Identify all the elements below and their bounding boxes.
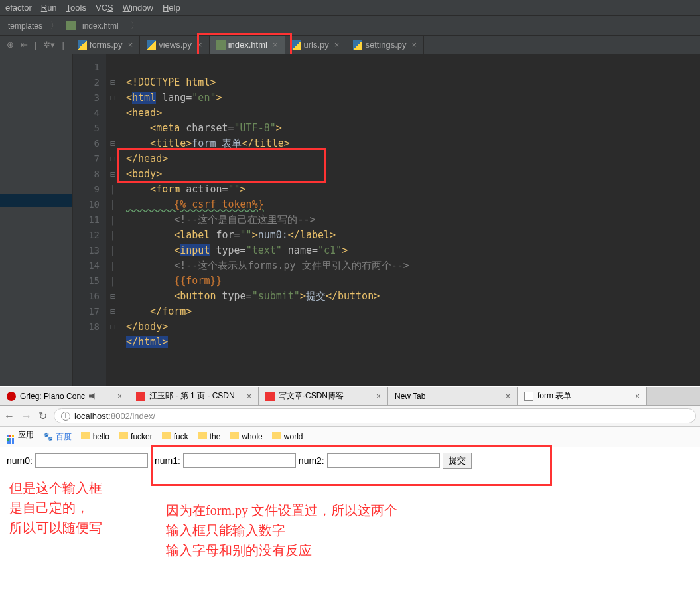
favicon-icon	[136, 392, 145, 401]
menu-refactor[interactable]: efactor	[5, 3, 32, 13]
line-number-gutter: 123456789101112131415161718	[73, 54, 106, 386]
breadcrumb: templates 〉 index.html 〉	[0, 16, 700, 36]
breadcrumb-folder[interactable]: templates	[4, 20, 46, 32]
menu-help[interactable]: Help	[163, 3, 180, 13]
code-editor[interactable]: <!DOCTYPE html> <html lang="en"> <head> …	[119, 54, 700, 386]
python-file-icon	[292, 40, 301, 50]
page-icon	[524, 392, 533, 401]
python-file-icon	[147, 40, 156, 50]
folder-icon	[230, 432, 239, 439]
forward-button[interactable]: →	[21, 410, 32, 422]
menu-tools[interactable]: Tools	[66, 3, 86, 13]
input-num2[interactable]	[327, 453, 440, 468]
close-icon[interactable]: ×	[506, 392, 510, 401]
close-icon[interactable]: ×	[117, 392, 122, 401]
tab-forms-py[interactable]: forms.py×	[71, 36, 140, 54]
browser-tab-strip: Grieg: Piano Conc× 江玉郎 - 第 1 页 - CSDN× 写…	[0, 387, 700, 406]
label-num1: num1:	[155, 455, 180, 466]
browser-tab-grieg[interactable]: Grieg: Piano Conc×	[0, 387, 129, 405]
address-bar[interactable]: i localhost:8002/index/	[54, 408, 696, 423]
annotation-left: 但是这个输入框 是自己定的， 所以可以随便写	[9, 478, 102, 538]
toolbar-row: ⊕ ⇤ | ✲▾ | forms.py× views.py× index.htm…	[0, 36, 700, 54]
bookmark-whole[interactable]: whole	[230, 432, 262, 441]
menu-run[interactable]: Run	[41, 3, 57, 13]
breadcrumb-file[interactable]: index.html	[62, 19, 127, 32]
python-file-icon	[78, 40, 87, 50]
browser-tab-form[interactable]: form 表单×	[518, 387, 647, 405]
tab-settings-py[interactable]: settings.py×	[346, 36, 424, 54]
site-info-icon[interactable]: i	[61, 412, 70, 421]
close-icon[interactable]: ×	[273, 40, 278, 50]
browser-tab-csdn1[interactable]: 江玉郎 - 第 1 页 - CSDN×	[129, 387, 259, 405]
favicon-icon	[265, 392, 275, 401]
html-file-icon	[216, 40, 226, 50]
label-num2: num2:	[299, 455, 324, 466]
submit-button[interactable]: 提交	[443, 453, 472, 469]
folder-icon	[81, 432, 90, 439]
close-icon[interactable]: ×	[635, 392, 640, 401]
close-icon[interactable]: ×	[334, 40, 340, 50]
label-num0: num0:	[7, 455, 33, 466]
bookmark-fuck[interactable]: fuck	[162, 432, 188, 441]
bookmark-baidu[interactable]: 🐾 百度	[43, 431, 71, 443]
editor-tabs: forms.py× views.py× index.html× urls.py×…	[71, 36, 424, 54]
menu-bar: efactor Run Tools VCS Window Help	[0, 0, 700, 16]
html-file-icon	[66, 21, 76, 30]
close-icon[interactable]: ×	[128, 40, 133, 50]
chevron-right-icon: 〉	[127, 19, 143, 33]
page-body: num0: num1: num2: 提交 但是这个输入框 是自己定的， 所以可以…	[0, 447, 700, 608]
tab-index-html[interactable]: index.html×	[210, 36, 285, 54]
browser-tab-new[interactable]: New Tab×	[388, 387, 518, 405]
close-icon[interactable]: ×	[247, 392, 251, 401]
input-num1[interactable]	[183, 453, 296, 468]
favicon-icon	[7, 392, 16, 401]
editor-tool-icons: ⊕ ⇤ | ✲▾ |	[0, 36, 71, 54]
apps-icon	[7, 435, 16, 444]
target-icon[interactable]: ⊕	[7, 40, 14, 50]
browser-window: Grieg: Piano Conc× 江玉郎 - 第 1 页 - CSDN× 写…	[0, 387, 700, 608]
tab-views-py[interactable]: views.py×	[140, 36, 209, 54]
form-row: num0: num1: num2: 提交	[7, 453, 693, 469]
tab-urls-py[interactable]: urls.py×	[285, 36, 347, 54]
input-num0[interactable]	[35, 453, 148, 468]
close-icon[interactable]: ×	[376, 392, 381, 401]
folder-icon	[119, 432, 128, 439]
menu-vcs[interactable]: VCS	[96, 3, 113, 13]
annotation-right: 因为在form.py 文件设置过，所以这两个 输入框只能输入数字 输入字母和别的…	[166, 500, 397, 560]
editor-container: 123456789101112131415161718 ⊟⊟ ⊟⊟⊟||||||…	[0, 54, 700, 386]
chevron-right-icon: 〉	[46, 19, 62, 33]
menu-window[interactable]: Window	[123, 3, 153, 13]
folder-icon	[162, 432, 171, 439]
browser-toolbar: ← → ↻ i localhost:8002/index/	[0, 406, 700, 427]
bookmark-world[interactable]: world	[272, 432, 303, 441]
reload-button[interactable]: ↻	[38, 410, 47, 422]
collapse-icon[interactable]: ⇤	[21, 40, 28, 50]
fold-gutter: ⊟⊟ ⊟⊟⊟|||||||⊟⊟⊟	[106, 54, 119, 386]
apps-button[interactable]: 应用	[7, 429, 34, 444]
project-tool-window[interactable]	[0, 54, 73, 386]
bookmarks-bar: 应用 🐾 百度 hello fucker fuck the whole worl…	[0, 427, 700, 447]
ide-window: efactor Run Tools VCS Window Help templa…	[0, 0, 700, 386]
bookmark-the[interactable]: the	[198, 432, 221, 441]
back-button[interactable]: ←	[4, 410, 15, 422]
close-icon[interactable]: ×	[412, 40, 417, 50]
bookmark-hello[interactable]: hello	[81, 432, 109, 441]
folder-icon	[198, 432, 207, 439]
bookmark-fucker[interactable]: fucker	[119, 432, 153, 441]
folder-icon	[272, 432, 281, 439]
python-file-icon	[353, 40, 362, 50]
close-icon[interactable]: ×	[197, 40, 202, 50]
selected-tree-item[interactable]	[0, 194, 72, 207]
browser-tab-csdn2[interactable]: 写文章-CSDN博客×	[259, 387, 388, 405]
sound-icon[interactable]	[89, 393, 97, 400]
url-text: localhost:8002/index/	[74, 411, 155, 421]
divider: |	[62, 40, 64, 50]
gear-icon[interactable]: ✲▾	[43, 40, 55, 50]
divider: |	[35, 40, 36, 50]
